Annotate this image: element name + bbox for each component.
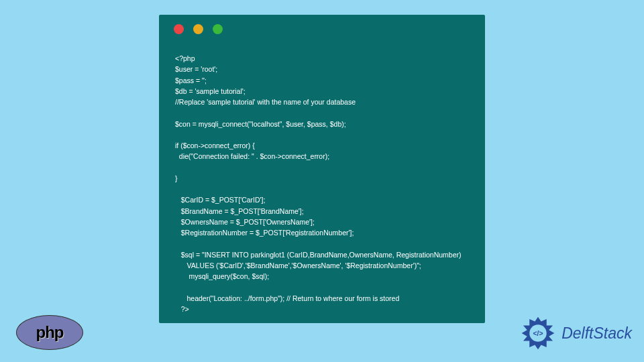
delftstack-icon: </> xyxy=(519,314,557,353)
php-logo-text: php xyxy=(36,323,64,342)
code-block: <?php $user = 'root'; $pass = ''; $db = … xyxy=(159,41,485,322)
code-window: <?php $user = 'root'; $pass = ''; $db = … xyxy=(159,15,485,323)
close-icon xyxy=(174,24,184,34)
maximize-icon xyxy=(213,24,223,34)
svg-text:</>: </> xyxy=(533,330,543,337)
delftstack-brand-text: DelftStack xyxy=(561,324,632,343)
minimize-icon xyxy=(193,24,203,34)
window-titlebar xyxy=(159,15,485,41)
php-logo: php xyxy=(16,315,83,350)
delftstack-branding: </> DelftStack xyxy=(519,314,632,353)
